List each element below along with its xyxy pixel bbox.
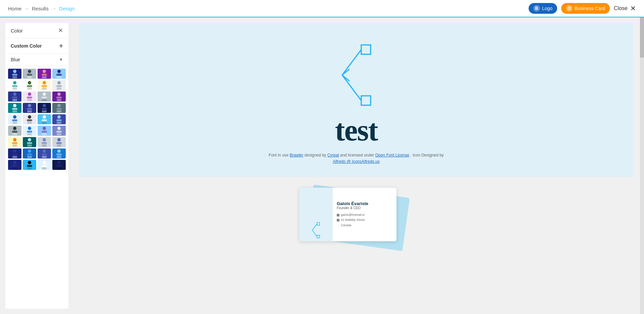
- logo-button-label: Logo: [542, 6, 552, 11]
- blue-dropdown-row[interactable]: Blue ▼: [5, 54, 68, 66]
- attribution-mid1: designed by: [305, 153, 326, 158]
- logo-brand-text: test: [335, 115, 378, 145]
- bizcard-address-row: 42 Wallaby Street.: [337, 217, 392, 223]
- color-swatch-5[interactable]: [23, 80, 36, 90]
- dropdown-arrow-icon: ▼: [59, 57, 63, 62]
- breadcrumb-design[interactable]: Design: [59, 6, 75, 11]
- bizcard-right-panel: Galoïs Évariste Founder & CEO galois@hot…: [333, 188, 396, 241]
- breadcrumb-home[interactable]: Home: [8, 6, 21, 11]
- bizcard-email: galois@hotmail.io: [341, 212, 365, 217]
- color-swatch-27[interactable]: [52, 137, 66, 147]
- svg-rect-0: [361, 45, 371, 54]
- panel-close-icon[interactable]: ✕: [58, 27, 63, 34]
- color-swatch-10[interactable]: [38, 91, 51, 102]
- color-swatch-8[interactable]: [8, 91, 21, 102]
- color-swatch-16[interactable]: [8, 114, 21, 124]
- bizcard-country: Canada: [341, 223, 352, 228]
- attribution-mid3: . Icon Designed by: [410, 153, 443, 158]
- bizcard-info: galois@hotmail.io 42 Wallaby Street. Can…: [337, 212, 392, 228]
- bizcard-left-panel: [299, 188, 333, 241]
- bizcard-title: Founder & CEO: [337, 206, 392, 210]
- bizcard-button[interactable]: @ Business Card: [561, 3, 610, 14]
- bizcard-address-icon: [337, 219, 339, 222]
- logo-attribution: Font in use Brawler designed by Cyreal a…: [269, 152, 444, 165]
- color-swatch-33[interactable]: [23, 160, 36, 170]
- bizcard-front: Galoïs Évariste Founder & CEO galois@hot…: [299, 188, 396, 241]
- bizcard-address: 42 Wallaby Street.: [341, 217, 365, 223]
- color-swatch-25[interactable]: [23, 137, 36, 147]
- color-swatch-28[interactable]: [8, 148, 21, 159]
- breadcrumb-arrow1: →: [24, 6, 29, 11]
- attribution-mid2: and licensed under: [340, 153, 374, 158]
- right-scrollbar[interactable]: [640, 17, 644, 314]
- svg-line-3: [342, 50, 361, 75]
- color-swatch-14[interactable]: [38, 103, 51, 113]
- color-swatch-19[interactable]: [52, 114, 66, 124]
- color-swatch-0[interactable]: [8, 69, 21, 79]
- bizcard-logo-icon: [311, 222, 321, 239]
- icon-designer-link[interactable]: Alfredo @ IconsAlfredo.us: [333, 159, 380, 164]
- svg-rect-8: [317, 235, 320, 238]
- color-swatch-35[interactable]: [52, 160, 66, 170]
- color-grid: [8, 69, 66, 170]
- bizcard-name: Galoïs Évariste: [337, 201, 392, 206]
- attribution-text1: Font in use: [269, 153, 288, 158]
- color-swatch-26[interactable]: [38, 137, 51, 147]
- custom-color-label: Custom Color: [11, 43, 42, 49]
- color-swatch-20[interactable]: [8, 126, 21, 136]
- color-swatch-9[interactable]: [23, 91, 36, 102]
- breadcrumb-results[interactable]: Results: [32, 6, 49, 11]
- color-swatch-6[interactable]: [38, 80, 51, 90]
- bizcard-container: Galoïs Évariste Founder & CEO galois@hot…: [299, 188, 413, 248]
- color-swatch-7[interactable]: [52, 80, 66, 90]
- color-swatch-11[interactable]: [52, 91, 66, 102]
- color-swatch-29[interactable]: [23, 148, 36, 159]
- color-swatch-2[interactable]: [38, 69, 51, 79]
- color-swatch-3[interactable]: [52, 69, 66, 79]
- color-swatch-13[interactable]: [23, 103, 36, 113]
- left-panel-wrap: Color ✕ Custom Color + Blue ▼: [0, 17, 74, 314]
- close-label: Close: [614, 5, 628, 11]
- bizcard-country-row: Canada: [337, 223, 392, 228]
- logo-icon: B: [533, 5, 540, 12]
- close-button[interactable]: Close ✕: [614, 4, 636, 12]
- font-link[interactable]: Brawler: [290, 153, 304, 158]
- color-swatch-23[interactable]: [52, 126, 66, 136]
- color-swatch-30[interactable]: [38, 148, 51, 159]
- color-grid-wrap: [5, 66, 68, 309]
- custom-color-plus-icon[interactable]: +: [59, 43, 63, 49]
- license-link[interactable]: Open Font License: [375, 153, 409, 158]
- color-swatch-1[interactable]: [23, 69, 36, 79]
- color-swatch-4[interactable]: [8, 80, 21, 90]
- color-swatch-24[interactable]: [8, 137, 21, 147]
- bizcard-email-row: galois@hotmail.io: [337, 212, 392, 217]
- color-swatch-31[interactable]: [52, 148, 66, 159]
- panel-header: Color ✕: [5, 23, 68, 39]
- color-panel: Color ✕ Custom Color + Blue ▼: [5, 23, 68, 309]
- color-swatch-18[interactable]: [38, 114, 51, 124]
- designer-link[interactable]: Cyreal: [327, 153, 339, 158]
- svg-rect-7: [317, 223, 320, 225]
- color-swatch-34[interactable]: [38, 160, 51, 170]
- nav-right: B Logo @ Business Card Close ✕: [529, 3, 636, 14]
- color-swatch-12[interactable]: [8, 103, 21, 113]
- color-swatch-22[interactable]: [38, 126, 51, 136]
- logo-icon-svg: [336, 42, 376, 109]
- svg-rect-1: [361, 96, 371, 105]
- color-swatch-17[interactable]: [23, 114, 36, 124]
- svg-line-9: [312, 224, 317, 230]
- main-layout: Color ✕ Custom Color + Blue ▼: [0, 17, 644, 314]
- right-content: test Font in use Brawler designed by Cyr…: [74, 17, 644, 314]
- logo-preview: test Font in use Brawler designed by Cyr…: [79, 23, 633, 177]
- panel-title: Color: [11, 28, 23, 34]
- color-swatch-21[interactable]: [23, 126, 36, 136]
- breadcrumb: Home → Results → Design: [8, 6, 75, 11]
- close-icon: ✕: [630, 4, 636, 12]
- color-swatch-32[interactable]: [8, 160, 21, 170]
- top-nav: Home → Results → Design B Logo @ Busines…: [0, 0, 644, 17]
- color-swatch-15[interactable]: [52, 103, 66, 113]
- svg-line-10: [312, 230, 317, 237]
- bizcard-icon: @: [566, 5, 573, 12]
- custom-color-row[interactable]: Custom Color +: [5, 39, 68, 54]
- logo-button[interactable]: B Logo: [529, 3, 557, 14]
